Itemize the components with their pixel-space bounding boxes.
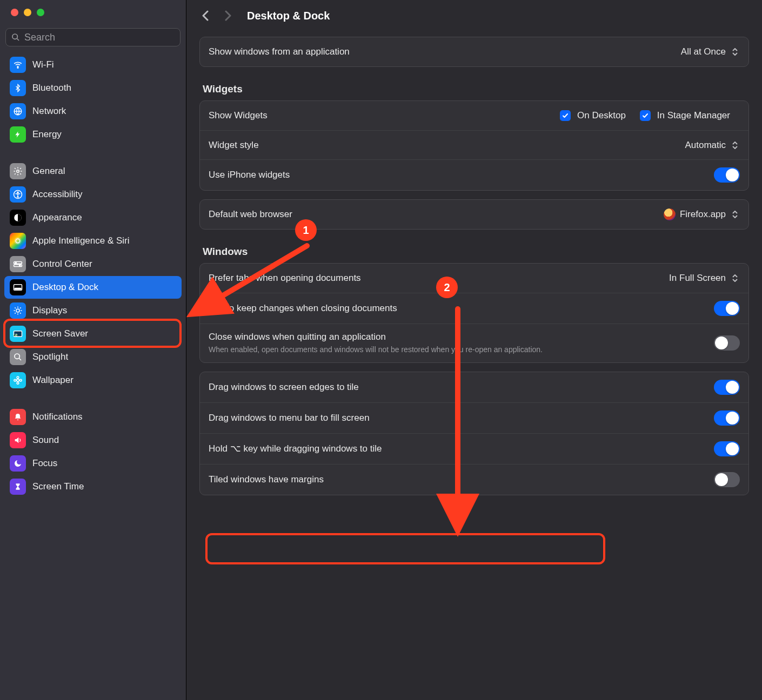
- checkbox-label: On Desktop: [577, 110, 626, 121]
- card-widgets: Show Widgets On DesktopIn Stage Manager …: [199, 100, 749, 191]
- search-icon: [10, 349, 26, 365]
- svg-point-4: [17, 170, 19, 173]
- row-ask-keep-changes: Ask to keep changes when closing documen…: [200, 293, 748, 324]
- window-controls: [0, 9, 186, 16]
- checkbox-in-stage-manager[interactable]: [640, 110, 651, 121]
- svg-point-23: [17, 382, 19, 384]
- search-input[interactable]: [5, 28, 181, 46]
- sidebar-item-ai-siri[interactable]: Apple Intelligence & Siri: [4, 230, 182, 252]
- nav-back-button[interactable]: [197, 8, 213, 24]
- popup-default-browser[interactable]: Firefox.app: [664, 208, 740, 220]
- toggle-drag-menubar[interactable]: [714, 410, 740, 426]
- toggle-drag-edges[interactable]: [714, 380, 740, 395]
- sidebar-item-label: Control Center: [32, 259, 92, 270]
- popup-show-windows-from-app[interactable]: All at Once: [681, 46, 740, 57]
- sidebar-item-screen-saver[interactable]: Screen Saver: [4, 322, 182, 345]
- sidebar-item-appearance[interactable]: Appearance: [4, 206, 182, 229]
- svg-point-2: [17, 67, 18, 68]
- svg-point-25: [19, 379, 22, 381]
- popup-widget-style[interactable]: Automatic: [685, 140, 740, 151]
- svg-point-21: [17, 379, 19, 382]
- nav-forward-button[interactable]: [220, 8, 236, 24]
- stepper-icon: [730, 48, 740, 56]
- sidebar-item-label: Desktop & Dock: [32, 282, 98, 293]
- close-icon[interactable]: [11, 9, 18, 16]
- toggle-iphone-widgets[interactable]: [714, 167, 740, 183]
- sidebar-list: Wi-FiBluetoothNetworkEnergyGeneralAccess…: [0, 53, 186, 700]
- toggle-close-on-quit[interactable]: [714, 335, 740, 351]
- card-windows-tiling: Drag windows to screen edges to tile Dra…: [199, 372, 749, 495]
- sidebar-item-network[interactable]: Network: [4, 100, 182, 123]
- sidebar-item-label: Notifications: [32, 412, 83, 422]
- row-hold-option: Hold ⌥ key while dragging windows to til…: [200, 433, 748, 464]
- sidebar-item-desktop-dock[interactable]: Desktop & Dock: [4, 276, 182, 299]
- sidebar-item-label: Sound: [32, 435, 59, 446]
- sidebar-item-notifications[interactable]: Notifications: [4, 406, 182, 428]
- toggle-hold-option[interactable]: [714, 441, 740, 456]
- sidebar-item-screen-time[interactable]: Screen Time: [4, 475, 182, 498]
- row-widget-style: Widget style Automatic: [200, 130, 748, 159]
- moon-icon: [10, 455, 26, 472]
- sidebar-item-label: Apple Intelligence & Siri: [32, 235, 130, 246]
- sidebar-item-energy[interactable]: Energy: [4, 123, 182, 146]
- svg-rect-15: [15, 288, 21, 290]
- card-mission-control: Show windows from an application All at …: [199, 37, 749, 67]
- row-drag-menubar: Drag windows to menu bar to fill screen: [200, 402, 748, 433]
- sidebar-item-label: Screen Saver: [32, 328, 88, 339]
- svg-point-6: [17, 192, 18, 193]
- section-windows: Windows: [203, 246, 746, 258]
- sidebar-item-wallpaper[interactable]: Wallpaper: [4, 369, 182, 392]
- sidebar-item-label: Wallpaper: [32, 375, 73, 386]
- sidebar-item-focus[interactable]: Focus: [4, 452, 182, 475]
- checkbox-on-desktop[interactable]: [560, 110, 571, 121]
- sidebar-item-label: Displays: [32, 305, 67, 316]
- card-windows-1: Prefer tabs when opening documents In Fu…: [199, 263, 749, 363]
- sidebar-item-accessibility[interactable]: Accessibility: [4, 183, 182, 206]
- sun-icon: [10, 302, 26, 319]
- sidebar-item-label: Spotlight: [32, 352, 68, 362]
- toggle-tiled-margins[interactable]: [714, 472, 740, 487]
- svg-point-19: [15, 354, 19, 359]
- dock-icon: [10, 279, 26, 295]
- svg-point-0: [12, 34, 17, 39]
- firefox-icon: [664, 208, 676, 220]
- svg-point-24: [14, 379, 16, 381]
- sidebar-item-bluetooth[interactable]: Bluetooth: [4, 77, 182, 99]
- sidebar-item-label: Appearance: [32, 212, 82, 223]
- content-area: Desktop & Dock Show windows from an appl…: [186, 0, 762, 700]
- switches-icon: [10, 256, 26, 272]
- bluetooth-icon: [10, 80, 26, 96]
- page-title: Desktop & Dock: [247, 10, 330, 22]
- minimize-icon[interactable]: [24, 9, 31, 16]
- svg-point-12: [15, 262, 16, 263]
- sidebar-item-general[interactable]: General: [4, 160, 182, 183]
- siri-icon: [10, 233, 26, 249]
- flower-icon: [10, 372, 26, 388]
- sidebar-item-sound[interactable]: Sound: [4, 429, 182, 452]
- accessibility-icon: [10, 186, 26, 203]
- screensaver-icon: [10, 326, 26, 342]
- sidebar-item-displays[interactable]: Displays: [4, 299, 182, 322]
- row-close-on-quit: Close windows when quitting an applicati…: [200, 324, 748, 362]
- stepper-icon: [730, 274, 740, 282]
- section-widgets: Widgets: [203, 83, 746, 95]
- svg-line-20: [19, 358, 21, 360]
- header: Desktop & Dock: [186, 0, 762, 31]
- svg-line-1: [17, 38, 19, 41]
- bell-icon: [10, 409, 26, 425]
- popup-prefer-tabs[interactable]: In Full Screen: [669, 273, 740, 284]
- stepper-icon: [730, 142, 740, 149]
- row-prefer-tabs: Prefer tabs when opening documents In Fu…: [200, 264, 748, 293]
- label: Show windows from an application: [209, 46, 681, 57]
- toggle-ask-keep-changes[interactable]: [714, 301, 740, 316]
- sidebar-item-spotlight[interactable]: Spotlight: [4, 346, 182, 368]
- gear-icon: [10, 163, 26, 179]
- card-default-browser: Default web browser Firefox.app: [199, 199, 749, 230]
- sidebar-item-label: Energy: [32, 129, 62, 140]
- sidebar-item-control-center[interactable]: Control Center: [4, 253, 182, 275]
- svg-point-8: [14, 237, 22, 245]
- sidebar-item-wifi[interactable]: Wi-Fi: [4, 53, 182, 76]
- row-drag-edges: Drag windows to screen edges to tile: [200, 372, 748, 402]
- sidebar-item-label: Wi-Fi: [32, 59, 54, 70]
- maximize-icon[interactable]: [37, 9, 44, 16]
